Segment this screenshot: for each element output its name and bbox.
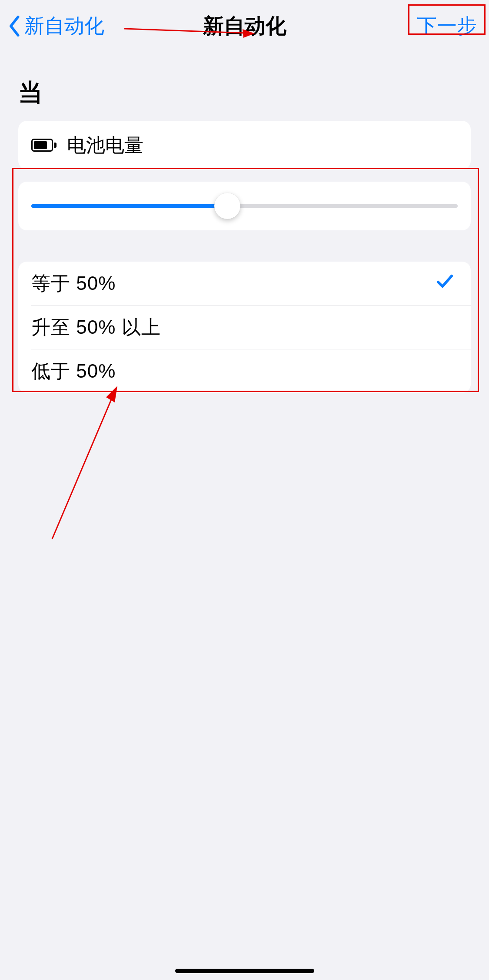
- back-label: 新自动化: [24, 13, 104, 40]
- back-button[interactable]: 新自动化: [9, 0, 104, 52]
- annotation-next-box: [408, 4, 486, 35]
- annotation-group-box: [12, 168, 479, 392]
- chevron-left-icon: [9, 16, 21, 37]
- trigger-row[interactable]: 电池电量: [18, 121, 471, 169]
- section-header: 当: [18, 76, 489, 110]
- annotation-arrow-to-group: [48, 378, 126, 543]
- home-indicator: [175, 969, 314, 973]
- battery-icon: [31, 139, 57, 152]
- trigger-label: 电池电量: [67, 133, 143, 158]
- svg-line-2: [52, 395, 113, 539]
- page-title: 新自动化: [203, 12, 286, 40]
